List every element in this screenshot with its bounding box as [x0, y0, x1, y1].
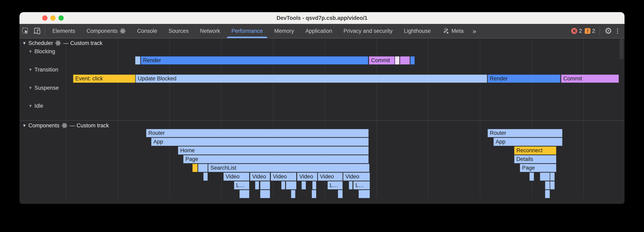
- flame-bar-l[interactable]: L…: [328, 181, 343, 190]
- flame-bar[interactable]: [545, 190, 550, 198]
- lane-label-blocking[interactable]: ▼Blocking: [28, 48, 55, 55]
- collapse-triangle-icon[interactable]: ▼: [28, 104, 32, 108]
- flame-bar-router[interactable]: Router: [488, 129, 562, 137]
- tab-label: Console: [137, 28, 157, 34]
- lane-label-transition[interactable]: ▼Transition: [28, 66, 58, 73]
- device-toolbar-icon[interactable]: [31, 25, 43, 36]
- flame-bar-l[interactable]: L…: [353, 181, 370, 190]
- settings-gear-icon[interactable]: ⚙: [604, 27, 612, 35]
- flame-bar[interactable]: [302, 181, 306, 190]
- flame-bar-home[interactable]: Home: [178, 146, 369, 155]
- kebab-menu-icon[interactable]: [615, 28, 620, 34]
- flame-bar-render[interactable]: Render: [488, 75, 560, 83]
- tab-elements[interactable]: Elements: [47, 24, 81, 38]
- flame-bar-l[interactable]: L…: [234, 181, 249, 190]
- flame-bar[interactable]: [395, 56, 400, 65]
- collapse-triangle-icon[interactable]: ▼: [28, 86, 32, 90]
- lane-label-idle[interactable]: ▼Idle: [28, 103, 43, 109]
- flame-bar-router[interactable]: Router: [146, 129, 369, 137]
- lane-label-suspense[interactable]: ▼Suspense: [28, 85, 59, 91]
- flame-bar-commit[interactable]: Commit: [369, 56, 395, 65]
- flame-bar-video[interactable]: Video: [343, 172, 370, 181]
- warning-badge[interactable]: ! 2: [585, 28, 595, 34]
- error-badge[interactable]: ✕ 2: [571, 28, 582, 34]
- tab-label: Application: [305, 28, 332, 34]
- tab-components[interactable]: Components: [81, 24, 132, 38]
- flame-bar-update-blocked[interactable]: Update Blocked: [136, 75, 487, 83]
- flame-bar-app[interactable]: App: [494, 138, 562, 146]
- flame-bar[interactable]: [203, 172, 208, 181]
- flame-bar[interactable]: [410, 56, 415, 65]
- tab-network[interactable]: Network: [194, 24, 226, 38]
- flame-bar-app[interactable]: App: [151, 138, 369, 146]
- tab-label: Network: [200, 28, 220, 34]
- track-header-components[interactable]: ▼Components — Custom track: [22, 122, 109, 129]
- flame-bar-details[interactable]: Details: [514, 155, 556, 163]
- flame-bar-commit[interactable]: Commit: [561, 75, 619, 83]
- flame-bar[interactable]: [338, 190, 343, 198]
- flame-bar[interactable]: [312, 181, 316, 190]
- flame-bar[interactable]: [550, 181, 555, 190]
- tab-label: Performance: [232, 28, 263, 34]
- performance-flamechart-area[interactable]: ▼Scheduler — Custom track▼Blocking▼Trans…: [20, 38, 624, 204]
- flame-bar-render[interactable]: Render: [141, 56, 368, 65]
- flame-bar-searchlist[interactable]: SearchList: [208, 164, 370, 172]
- tab-label: Meta: [452, 28, 464, 34]
- flame-bar[interactable]: [400, 56, 410, 65]
- flame-bar[interactable]: [260, 190, 270, 198]
- flame-bar[interactable]: [529, 172, 534, 181]
- flame-bar[interactable]: [358, 190, 370, 198]
- flame-bar[interactable]: [286, 181, 296, 190]
- flame-bar[interactable]: [550, 172, 555, 181]
- toolbar-divider: [45, 27, 45, 35]
- flame-bar[interactable]: [540, 172, 550, 181]
- more-tabs-button[interactable]: »: [469, 27, 479, 35]
- track-name: Scheduler: [28, 40, 53, 46]
- vertical-scrollbar[interactable]: [620, 39, 623, 60]
- devtools-window: DevTools - qsvd7p.csb.app/video/1 Elemen…: [20, 12, 624, 204]
- flame-bar-video[interactable]: Video: [271, 172, 296, 181]
- tab-memory[interactable]: Memory: [268, 24, 300, 38]
- flame-bar[interactable]: [135, 56, 140, 65]
- tab-console[interactable]: Console: [132, 24, 163, 38]
- tab-privacy-and-security[interactable]: Privacy and security: [338, 24, 398, 38]
- inspect-icon[interactable]: [20, 25, 31, 36]
- tabbar-right-controls: ✕ 2 ! 2 ⚙: [571, 27, 624, 35]
- window-titlebar: DevTools - qsvd7p.csb.app/video/1: [20, 12, 624, 24]
- tab-performance[interactable]: Performance: [226, 24, 269, 38]
- collapse-triangle-icon[interactable]: ▼: [28, 67, 32, 72]
- time-gridline: [66, 38, 66, 198]
- time-gridline: [118, 38, 118, 198]
- track-header-scheduler[interactable]: ▼Scheduler — Custom track: [22, 40, 102, 47]
- tab-label: Privacy and security: [344, 28, 392, 34]
- flame-bar[interactable]: [192, 164, 198, 172]
- flame-bar-page[interactable]: Page: [520, 164, 556, 172]
- flame-bar[interactable]: [312, 190, 316, 198]
- flame-bar[interactable]: [291, 190, 296, 198]
- flame-bar-video[interactable]: Video: [250, 172, 270, 181]
- flame-bar[interactable]: [198, 164, 208, 172]
- flame-bar-video[interactable]: Video: [318, 172, 343, 181]
- collapse-triangle-icon[interactable]: ▼: [28, 49, 32, 54]
- flame-bar-page[interactable]: Page: [183, 155, 369, 163]
- tab-meta[interactable]: Meta: [436, 24, 469, 38]
- flame-bar[interactable]: [281, 181, 285, 190]
- flame-bar-video[interactable]: Video: [224, 172, 249, 181]
- collapse-triangle-icon[interactable]: ▼: [22, 123, 26, 128]
- flame-bar[interactable]: [349, 181, 353, 190]
- flame-bar[interactable]: [260, 181, 270, 190]
- tab-lighthouse[interactable]: Lighthouse: [398, 24, 436, 38]
- flame-bar-event-click[interactable]: Event: click: [73, 75, 135, 83]
- flame-bar[interactable]: [545, 181, 550, 190]
- error-icon: ✕: [571, 28, 577, 34]
- flame-bar[interactable]: [255, 181, 259, 190]
- flame-bar[interactable]: [240, 190, 249, 198]
- flame-bar-video[interactable]: Video: [297, 172, 317, 181]
- track-suffix: — Custom track: [63, 40, 102, 46]
- flame-bar-reconnect[interactable]: Reconnect: [514, 146, 556, 155]
- tab-application[interactable]: Application: [300, 24, 338, 38]
- react-atom-icon: [120, 28, 126, 34]
- collapse-triangle-icon[interactable]: ▼: [22, 41, 26, 46]
- track-separator: [20, 120, 624, 121]
- tab-sources[interactable]: Sources: [163, 24, 194, 38]
